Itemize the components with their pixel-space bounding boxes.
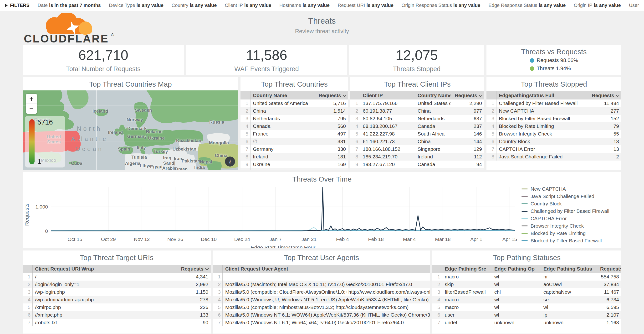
- filter-item[interactable]: Edge Response Statusis any value: [488, 3, 566, 8]
- table-row[interactable]: 5Mozilla/5.0 (compatible; Nimbostratus-B…: [213, 303, 430, 311]
- table-row[interactable]: 1: [213, 273, 430, 280]
- chart-legend-item[interactable]: Blocked by Filter Based Firewall: [522, 238, 621, 244]
- table-header-row: Client Request URI WrapRequests: [23, 265, 211, 273]
- table-row[interactable]: 9Ukraine169: [240, 161, 348, 168]
- map-info-button[interactable]: i: [225, 157, 235, 167]
- column-header[interactable]: Country Name: [415, 93, 450, 98]
- table-row[interactable]: 2Mozilla/5.0 (Macintosh; Intel Mac OS X …: [213, 280, 430, 288]
- filter-item[interactable]: Countryis any value: [172, 3, 217, 8]
- table-row[interactable]: 5France497: [240, 130, 348, 138]
- column-header[interactable]: Requests: [598, 266, 621, 272]
- column-header[interactable]: Edgepathingstatus Full: [496, 93, 578, 98]
- table-row[interactable]: 4Blocked by Rate Limiting79: [486, 122, 621, 130]
- table-row[interactable]: 6userwlip2,107: [432, 311, 621, 319]
- world-map[interactable]: CanadaUnited StatesMexicoCubaIcelandIrel…: [23, 90, 238, 170]
- column-header[interactable]: Requests: [177, 266, 211, 272]
- table-row[interactable]: 2China1,514: [240, 107, 348, 115]
- column-header[interactable]: Client IP: [360, 93, 415, 98]
- table-row[interactable]: 5/xmlrpc.php226: [23, 303, 211, 311]
- table-row[interactable]: 7CAPTCHA Error13: [486, 145, 621, 153]
- legend-line-icon: [522, 203, 528, 204]
- table-row[interactable]: 9198.27.67.120Canada94: [350, 161, 484, 168]
- chart-legend-item[interactable]: Browser Integrity Check: [522, 223, 621, 229]
- column-header[interactable]: Requests: [450, 93, 484, 98]
- table-row[interactable]: 2New CAPTCHA277: [486, 107, 621, 115]
- table-row[interactable]: 3Netherlands795: [240, 115, 348, 122]
- table-row[interactable]: 1061.160.247.127China88: [350, 168, 484, 170]
- table-row[interactable]: 4Mozilla/5.0 (Windows; U; Windows NT 5.1…: [213, 296, 430, 303]
- map-zoom-in-button[interactable]: +: [26, 94, 37, 104]
- table-row[interactable]: 1macrowlnr554,758: [432, 273, 621, 280]
- table-row[interactable]: 8Java Script Challenge Failed2: [486, 153, 621, 161]
- table-row[interactable]: 380.82.64.105Netherlands637: [350, 115, 484, 122]
- table-row[interactable]: 2/login/?login_only=12,992: [23, 280, 211, 288]
- table-row[interactable]: 1United States of America5,716: [240, 100, 348, 107]
- table-row[interactable]: 7undefunknownunknown1,168: [432, 319, 621, 326]
- column-header[interactable]: Country Name: [250, 93, 312, 98]
- table-row[interactable]: 1/4,341: [23, 273, 211, 280]
- chart-legend-item[interactable]: Country Block: [522, 201, 621, 207]
- table-row[interactable]: 4Canada560: [240, 122, 348, 130]
- table-row[interactable]: 468.183.200.167Canada237: [350, 122, 484, 130]
- table-row[interactable]: 7188.166.188.152Singapore129: [350, 145, 484, 153]
- table-row[interactable]: 5Browser Integrity Check55: [486, 130, 621, 138]
- chart-legend-item[interactable]: CAPTCHA Error: [522, 216, 621, 221]
- table-row[interactable]: 7Mozilla/5.0 (Windows NT 6.1; Win64; x64…: [213, 319, 430, 326]
- filter-item[interactable]: Request URIis any value: [338, 3, 394, 8]
- filter-item[interactable]: Device Typeis any value: [109, 3, 164, 8]
- table-row[interactable]: 4macrowlse6,734: [432, 296, 621, 303]
- filter-item[interactable]: User Agentis any value: [629, 3, 639, 8]
- map-zoom-out-button[interactable]: −: [26, 104, 37, 114]
- filter-item[interactable]: Origin Response Statusis any value: [402, 3, 480, 8]
- table-row[interactable]: 1137.175.79.166United States of America2…: [350, 100, 484, 107]
- column-header[interactable]: Edge Pathing Op: [492, 266, 541, 272]
- table-cell: 79: [578, 123, 621, 129]
- table-row[interactable]: 6//xmlrpc.php133: [23, 311, 211, 319]
- panel-title: Threats vs Requests: [521, 45, 586, 57]
- chart-legend-item[interactable]: Blocked by Rate Limiting: [522, 230, 621, 236]
- column-header[interactable]: Edge Pathing Src: [442, 266, 492, 272]
- table-row[interactable]: 2skipwlaoCrawl37,834: [432, 280, 621, 288]
- filter-item[interactable]: Hostnameis any value: [279, 3, 330, 8]
- filter-item[interactable]: Dateis in the past 7 months: [38, 3, 101, 8]
- table-row[interactable]: 5macrowlwl6,595: [432, 303, 621, 311]
- table-row[interactable]: 4/wp-admin/admin-ajax.php278: [23, 296, 211, 303]
- filter-item[interactable]: Origin IPis any value: [574, 3, 621, 8]
- column-header[interactable]: Client Request URI Wrap: [33, 266, 177, 272]
- table-cell: China: [415, 108, 450, 114]
- filter-bar: FILTERS Dateis in the past 7 monthsDevic…: [0, 0, 644, 11]
- table-cell: 88: [450, 169, 484, 170]
- table-row[interactable]: 8185.234.219.70Ireland112: [350, 153, 484, 161]
- table-cell: Browser Integrity Check: [496, 131, 578, 137]
- table-row[interactable]: 260.191.38.77China977: [350, 107, 484, 115]
- table-row[interactable]: 6∅331: [240, 138, 348, 145]
- filters-toggle-button[interactable]: FILTERS: [5, 3, 30, 8]
- panel-title: Top Threat Countries Map: [23, 77, 238, 91]
- filter-item[interactable]: Client IPis any value: [225, 3, 271, 8]
- table-row[interactable]: 3Mozilla/5.0 (compatible; CloudFlare-Alw…: [213, 288, 430, 296]
- table-row[interactable]: 7/robots.txt90: [23, 319, 211, 326]
- column-header[interactable]: Requests: [578, 93, 621, 98]
- chart-legend-item[interactable]: Java Script Challenge Failed: [522, 193, 621, 199]
- column-header[interactable]: Edge Pathing Status: [541, 266, 598, 272]
- table-row[interactable]: 1Challenged by Filter Based Firewall11,4…: [486, 100, 621, 107]
- column-header[interactable]: Client Request User Agent: [223, 266, 430, 272]
- chart-legend-item[interactable]: Challenged by Filter Based Firewall: [522, 208, 621, 214]
- chart-plot-area[interactable]: Oct 15Oct 29Nov 12Nov 26Dec 10Dec 24Jan …: [51, 187, 515, 243]
- table-row[interactable]: 541.222.227.98South Africa146: [350, 130, 484, 138]
- table-row[interactable]: 7Germany330: [240, 145, 348, 153]
- chart-legend-item[interactable]: New CAPTCHA: [522, 186, 621, 192]
- legend-dot-icon: [530, 58, 534, 63]
- table-cell: Canada: [250, 123, 312, 129]
- table-row[interactable]: 3filterBasedFirewallchlcaptchaNew11,467: [432, 288, 621, 296]
- table-row[interactable]: 8Ireland181: [240, 153, 348, 161]
- table-row[interactable]: 3/wp-login.php1,150: [23, 288, 211, 296]
- table-row[interactable]: 6Country Block13: [486, 138, 621, 145]
- table-row[interactable]: 3Blocked by Filter Based Firewall152: [486, 115, 621, 122]
- table-row[interactable]: 661.160.221.73China144: [350, 138, 484, 145]
- column-header[interactable]: Requests: [312, 93, 348, 98]
- row-index: 5: [350, 130, 360, 138]
- table-row[interactable]: 10Singapore158: [240, 168, 348, 170]
- index-column-header: [213, 265, 223, 273]
- table-row[interactable]: 6Mozilla/5.0 (Windows NT 6.1; WOW64) App…: [213, 311, 430, 319]
